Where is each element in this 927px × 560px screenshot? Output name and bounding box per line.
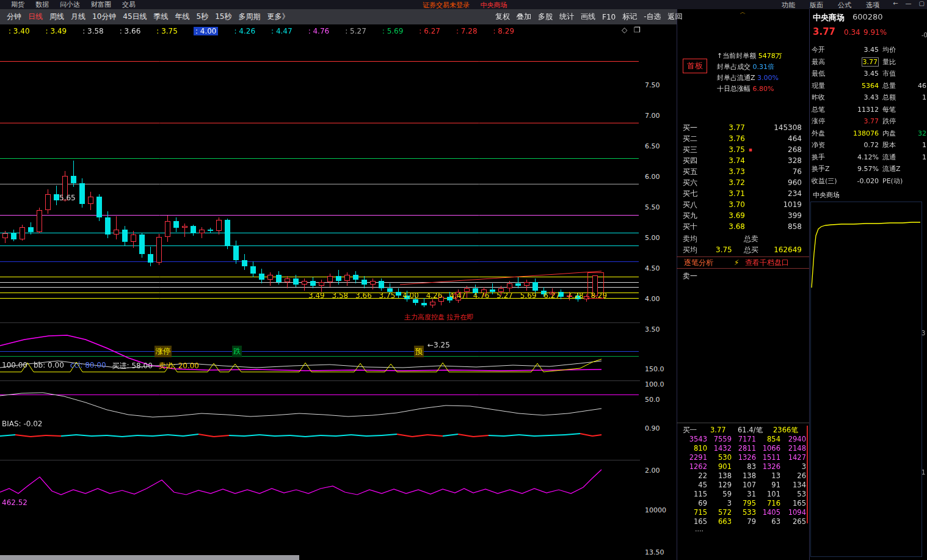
ladder-level[interactable]: : 4.26 [234,27,255,35]
login-status[interactable]: 证券交易未登录 [423,1,470,9]
toolbar-button--自选[interactable]: -自选 [644,12,661,22]
menu-item[interactable]: 数据 [35,1,49,9]
toolbar-right-buttons: 复权叠加多股统计画线F10标记-自选返回 [489,9,683,24]
toolbar-button-F10[interactable]: F10 [602,13,616,21]
ladder-level[interactable]: : 3.58 [82,27,104,35]
trade-cell: 1262 [677,462,707,471]
period-button-10分钟[interactable]: 10分钟 [92,12,116,22]
bid-label: 买二 [683,133,697,144]
bid-row[interactable]: 买八3.701019 [677,199,809,210]
stat-value: 3.45 [845,68,879,80]
trade-cell: 31 [732,490,756,499]
bid-row[interactable]: 买六3.72960 [677,177,809,188]
trade-cell: 533 [732,508,756,517]
trade-row: 71557253314051094 [677,508,806,517]
indicator-axis-label: 50.0 [645,396,660,404]
ladder-level[interactable]: : 5.69 [382,27,404,35]
grid-more-label: .... [695,525,703,533]
stat-value: 3.77 [845,56,879,68]
tick-analysis-link[interactable]: 逐笔分析 [684,257,713,268]
period-button-周线[interactable]: 周线 [49,12,64,22]
diamond-icon[interactable]: ◇ [622,26,627,34]
stat-value-text: 9.57% [857,165,879,173]
ladder-level[interactable]: : 8.29 [493,27,515,35]
stat-label: 昨收 [812,92,845,104]
bid-row[interactable]: 买二3.76464 [677,133,809,144]
bid-row[interactable]: 买五3.7376 [677,166,809,177]
bid-price: 3.73 [714,166,745,177]
toolbar-button-叠加[interactable]: 叠加 [517,12,531,22]
ladder-level[interactable]: : 4.00 [194,27,219,35]
stat-row: 外盘138076内盘32 [812,128,926,140]
bid-row[interactable]: 买十3.68858 [677,221,809,232]
stat-row: 最低3.45市值 [812,68,926,80]
bid-label: 买五 [683,166,697,177]
period-button-更多》[interactable]: 更多》 [267,12,289,22]
horizontal-scrollbar[interactable] [0,555,299,560]
bid-row[interactable]: 买七3.71234 [677,188,809,199]
toolbar-button-统计[interactable]: 统计 [559,12,574,22]
candlestick-chart-canvas[interactable] [0,0,640,522]
period-button-5秒[interactable]: 5秒 [197,12,209,22]
ladder-level[interactable]: : 3.49 [46,27,67,35]
toolbar-button-画线[interactable]: 画线 [581,12,595,22]
menu-item[interactable]: 问小达 [60,1,80,9]
thousand-depth-link[interactable]: 查看千档盘口 [745,257,789,268]
bid-row[interactable]: 买九3.69399 [677,210,809,221]
indicator2-header: BIAS: -0.02 [2,420,43,428]
trade-cell: 2148 [780,444,806,453]
menu-item[interactable]: 财富圈 [91,1,111,9]
indicator1-token: 买进: 58.00 [112,361,153,371]
stat-value: 11312 [845,104,879,116]
period-button-多周期[interactable]: 多周期 [238,12,260,22]
period-button-月线[interactable]: 月线 [71,12,85,22]
indicator-axis-label: 10000 [645,506,666,514]
ladder-level[interactable]: : 7.28 [456,27,478,35]
bid-row[interactable]: 买四3.74328 [677,155,809,166]
period-button-15秒[interactable]: 15秒 [215,12,231,22]
stat-row: 总笔11312每笔 [812,104,926,116]
ladder-level[interactable]: : 3.75 [156,27,178,35]
menu-item[interactable]: 交易 [122,1,136,9]
trade-row: 12629018313263 [677,462,806,471]
trade-cell: 138 [732,471,756,481]
menu-item[interactable]: 公式 [838,1,851,10]
bid-label: 买七 [683,188,697,199]
bid-price: 3.68 [714,221,745,232]
minimize-icon[interactable]: — [906,0,912,7]
period-button-45日线[interactable]: 45日线 [123,12,147,22]
menu-item[interactable]: 期货 [11,1,24,9]
menu-item[interactable]: 版面 [810,1,823,10]
stat-row: 最高3.77量比 [812,56,926,68]
period-button-分钟[interactable]: 分钟 [7,12,21,22]
price-change: 0.34 [844,28,860,37]
ladder-level[interactable]: : 4.76 [308,27,330,35]
bid-row[interactable]: 买一3.77145308 [677,122,809,133]
stat-label: 均价 [882,44,911,56]
ladder-level[interactable]: : 4.47 [271,27,293,35]
ladder-level[interactable]: : 6.27 [419,27,440,35]
period-button-季线[interactable]: 季线 [154,12,169,22]
grid-scrollbar[interactable] [807,426,808,523]
ladder-level[interactable]: : 3.40 [9,27,30,35]
period-button-年线[interactable]: 年线 [175,12,190,22]
panel-toggle-icon[interactable]: ❐ [634,26,641,34]
trade-cell: 3543 [677,435,707,444]
menu-item[interactable]: 选项 [866,1,879,10]
toolbar-button-标记[interactable]: 标记 [622,12,637,22]
trade-cell: 138 [707,471,732,481]
trade-cell: 1094 [780,508,806,517]
maximize-icon[interactable]: ▢ [919,0,925,7]
trade-row: 2291530132615111427 [677,453,806,462]
ladder-level[interactable]: : 5.27 [345,27,366,35]
intraday-mini-chart[interactable] [810,202,922,557]
indicator-axis-label: 100.0 [645,380,664,388]
bid-row[interactable]: 买三3.75▪268 [677,144,809,155]
back-icon[interactable]: ← [893,0,898,7]
toolbar-button-多股[interactable]: 多股 [538,12,553,22]
toolbar-button-复权[interactable]: 复权 [495,12,510,22]
period-button-日线[interactable]: 日线 [28,12,43,22]
menu-item[interactable]: 功能 [782,1,795,10]
ladder-level[interactable]: : 3.66 [120,27,141,35]
trade-row: 3543755971718542940 [677,435,806,444]
